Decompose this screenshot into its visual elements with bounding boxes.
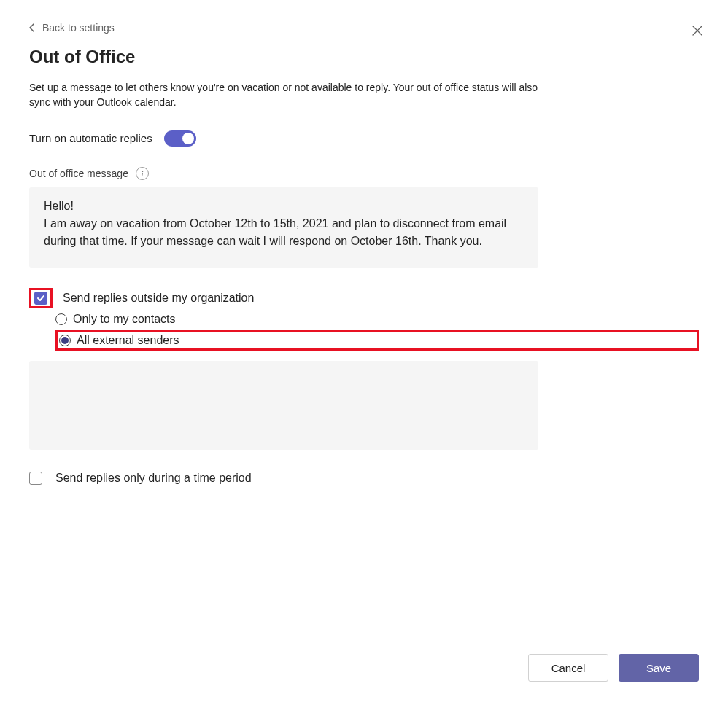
only-contacts-label: Only to my contacts: [73, 313, 176, 326]
highlight-box-checkbox: [29, 288, 53, 308]
external-message-input[interactable]: [29, 361, 538, 450]
all-external-radio[interactable]: [59, 335, 71, 346]
cancel-button[interactable]: Cancel: [528, 654, 608, 682]
auto-replies-toggle[interactable]: [164, 130, 196, 147]
time-period-label: Send replies only during a time period: [55, 472, 252, 485]
save-button[interactable]: Save: [619, 654, 699, 682]
info-icon[interactable]: i: [136, 167, 149, 180]
toggle-knob: [182, 133, 194, 144]
auto-replies-label: Turn on automatic replies: [29, 132, 152, 144]
send-outside-checkbox[interactable]: [34, 292, 47, 305]
dialog-footer: Cancel Save: [528, 654, 699, 682]
message-field-label: Out of office message: [29, 168, 128, 179]
send-outside-label: Send replies outside my organization: [63, 292, 254, 305]
page-title: Out of Office: [29, 47, 699, 67]
all-external-label: All external senders: [77, 334, 179, 347]
outside-scope-radio-group: Only to my contacts All external senders: [55, 313, 699, 351]
page-description: Set up a message to let others know you'…: [29, 80, 554, 110]
only-contacts-radio[interactable]: [55, 313, 67, 325]
highlight-box-radio: All external senders: [55, 330, 699, 351]
time-period-checkbox[interactable]: [29, 472, 42, 485]
close-button[interactable]: [689, 22, 706, 39]
chevron-left-icon: [29, 23, 36, 33]
out-of-office-message-input[interactable]: Hello! I am away on vacation from Octobe…: [29, 187, 538, 268]
back-to-settings-link[interactable]: Back to settings: [29, 22, 115, 34]
back-link-label: Back to settings: [42, 22, 115, 34]
